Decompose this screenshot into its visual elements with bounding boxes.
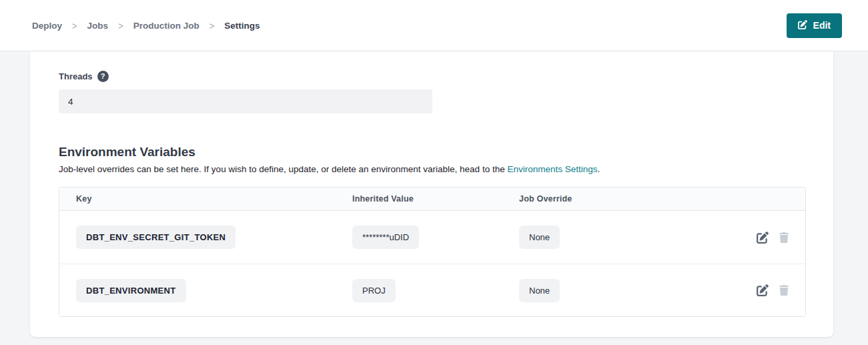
environments-settings-link[interactable]: Environments Settings xyxy=(507,164,597,174)
column-header-inherited-value: Inherited Value xyxy=(352,194,519,204)
pen-square-icon xyxy=(757,236,769,246)
table-row-dbt-environment: DBT_ENVIRONMENT PROJ None xyxy=(59,264,805,316)
breadcrumb-item-settings-current: Settings xyxy=(224,21,260,31)
table-row-dbt-env-secret-git-token: DBT_ENV_SECRET_GIT_TOKEN ********uDID No… xyxy=(59,211,805,264)
edit-button-label: Edit xyxy=(813,20,831,31)
top-header-bar: Deploy > Jobs > Production Job > Setting… xyxy=(0,0,868,51)
edit-button[interactable]: Edit xyxy=(787,13,842,38)
job-override-badge: None xyxy=(519,279,560,302)
breadcrumb-item-deploy[interactable]: Deploy xyxy=(32,21,62,31)
trash-icon xyxy=(779,288,789,298)
env-vars-table: Key Inherited Value Job Override DBT_ENV… xyxy=(59,187,806,317)
breadcrumb-item-jobs[interactable]: Jobs xyxy=(87,21,109,31)
pen-square-icon xyxy=(757,288,769,298)
job-override-badge: None xyxy=(519,226,560,249)
env-var-key-badge: DBT_ENVIRONMENT xyxy=(76,279,186,302)
page-content: Threads ? Environment Variables Job-leve… xyxy=(0,51,868,345)
environment-variables-title: Environment Variables xyxy=(59,145,806,159)
settings-card: Threads ? Environment Variables Job-leve… xyxy=(30,51,833,337)
pen-square-icon xyxy=(798,20,807,31)
threads-label: Threads xyxy=(59,71,93,81)
description-text: Job-level overrides can be set here. If … xyxy=(59,164,507,174)
chevron-right-icon: > xyxy=(72,19,77,31)
delete-row-button[interactable] xyxy=(779,285,789,296)
trash-icon xyxy=(779,235,789,245)
inherited-value-badge: PROJ xyxy=(352,279,396,302)
inherited-value-badge: ********uDID xyxy=(352,226,419,249)
column-header-key: Key xyxy=(59,194,352,204)
threads-input[interactable] xyxy=(59,89,432,113)
breadcrumb-item-production-job[interactable]: Production Job xyxy=(133,21,199,31)
edit-row-button[interactable] xyxy=(757,232,769,244)
env-vars-table-header: Key Inherited Value Job Override xyxy=(59,188,805,211)
question-circle-icon[interactable]: ? xyxy=(97,71,109,82)
breadcrumb: Deploy > Jobs > Production Job > Setting… xyxy=(32,21,260,31)
chevron-right-icon: > xyxy=(118,19,123,31)
edit-row-button[interactable] xyxy=(757,284,769,296)
delete-row-button[interactable] xyxy=(779,232,789,243)
description-period: . xyxy=(598,164,600,174)
chevron-right-icon: > xyxy=(209,19,215,31)
column-header-job-override: Job Override xyxy=(519,194,732,204)
environment-variables-description: Job-level overrides can be set here. If … xyxy=(59,164,806,174)
env-var-key-badge: DBT_ENV_SECRET_GIT_TOKEN xyxy=(76,226,236,249)
